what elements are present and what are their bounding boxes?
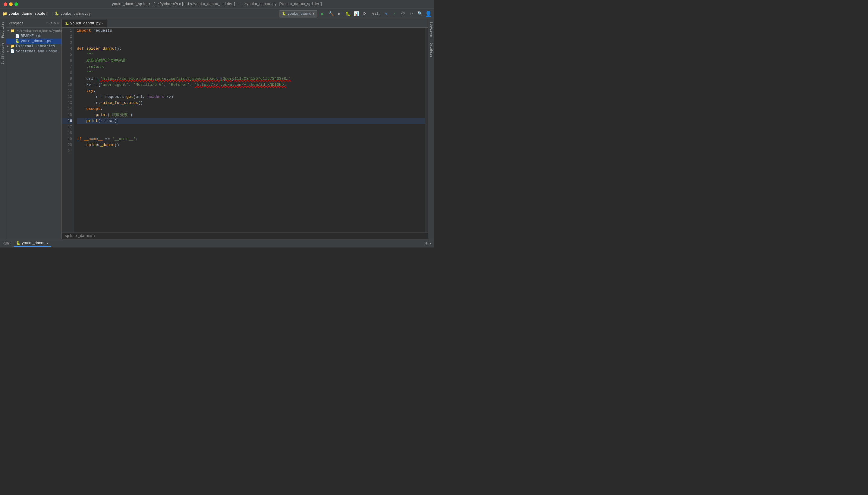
window-controls[interactable] — [4, 2, 18, 6]
structure-tab[interactable]: 2: Structure — [0, 40, 5, 67]
close-button[interactable] — [4, 2, 7, 6]
code-line-6: 爬取某酷指定页的弹幕 — [77, 58, 425, 64]
coverage-button[interactable]: ▶ — [336, 11, 343, 17]
code-line-19: ▶ if __name__ == '__main__': — [77, 136, 425, 142]
tab-close-button[interactable]: ✕ — [102, 22, 104, 25]
tab-file-icon: 🐍 — [65, 22, 69, 25]
sync-icon[interactable]: ⟳ — [49, 21, 52, 25]
settings-icon[interactable]: ⚙ — [54, 21, 56, 25]
svg-viewer-tab[interactable]: SvgViewer — [429, 19, 434, 40]
project-folder-icon: 📁 — [10, 29, 15, 33]
run-panel-toolbar: ⚙ ✕ — [426, 241, 431, 246]
collapsed-arrow2: ▶ — [7, 50, 10, 53]
fn-print-1: print — [96, 112, 107, 118]
run-close-icon[interactable]: ✕ — [429, 241, 431, 246]
code-line-7: :return: — [77, 64, 425, 70]
left-edge-tabs: Favorites 2: Structure — [0, 19, 6, 239]
line-num-5: 5 — [62, 52, 72, 58]
undo-button[interactable]: ↩ — [408, 11, 415, 17]
line-num-14: 14 — [62, 106, 72, 112]
line-num-3: 3 — [62, 40, 72, 46]
project-name: youku_danmu_spider — [9, 12, 48, 16]
line-num-12: 12 — [62, 94, 72, 100]
editor-scrollbar[interactable] — [425, 28, 428, 233]
toolbar-right: 🐍 youku_danmu ▼ ▶ 🔨 ▶ 🐛 📊 ⟳ Git: ✎ ✓ ⏱ ↩… — [279, 10, 431, 17]
close-icon[interactable]: ✕ — [57, 21, 59, 25]
code-line-9: url = 'https://service.danmu.youku.com/l… — [77, 76, 425, 82]
ext-lib-label: External Libraries — [16, 44, 55, 49]
add-icon[interactable]: + — [46, 21, 48, 25]
line-num-19: 19 — [62, 136, 72, 142]
database-tab[interactable]: Database — [429, 40, 434, 59]
editor-tab-main[interactable]: 🐍 youku_danmu.py ✕ — [62, 20, 107, 28]
code-line-17 — [77, 124, 425, 130]
code-line-11: ▼ try: — [77, 88, 425, 94]
git-history-button[interactable]: ⏱ — [400, 11, 406, 17]
fn-call-spider: spider_danmu — [86, 142, 115, 148]
profile-button[interactable]: 📊 — [353, 11, 360, 17]
scratches-icon: 📄 — [10, 49, 15, 54]
avatar-button[interactable]: 👤 — [425, 11, 431, 17]
code-line-3 — [77, 40, 425, 46]
tree-item-readme[interactable]: 📄 README.md — [6, 33, 62, 38]
minimize-button[interactable] — [9, 2, 13, 6]
keyword-import: import — [77, 28, 91, 34]
code-line-10: kv = {'user-agent': 'Mozilla/5.0', 'Refe… — [77, 82, 425, 88]
line-num-20: 20 — [62, 142, 72, 148]
run-config-selector[interactable]: 🐍 youku_danmu ▼ — [279, 10, 317, 17]
sidebar-header: Project + ⟳ ⚙ ✕ — [6, 19, 62, 28]
titlebar: youku_danmu_spider [~/PycharmProjects/yo… — [0, 0, 434, 8]
debug-button[interactable]: 🐛 — [344, 11, 351, 17]
line-num-4: 4 — [62, 46, 72, 52]
line-num-15: 15 — [62, 112, 72, 118]
code-editor[interactable]: 1 2 3 4 5 6 7 8 9 10 11 12 — [62, 28, 428, 233]
code-line-1: import requests — [77, 28, 425, 34]
scratches-label: Scratches and Consoles — [16, 49, 60, 54]
dunder-name: __name__ — [84, 136, 102, 142]
right-edge-tabs: SvgViewer Database — [428, 19, 434, 239]
docstring-open: """ — [86, 52, 93, 58]
open-file-name: youku_danmu.py — [60, 12, 91, 16]
line-num-2: 2 — [62, 34, 72, 40]
tree-item-external-libs[interactable]: ▶ 📁 External Libraries — [6, 44, 62, 49]
project-path: ~/PycharmProjects/youku_… — [17, 29, 62, 33]
run-tab-label: youku_danmu — [22, 241, 46, 245]
tree-item-main-py[interactable]: 🐍 youku_danmu.py — [6, 38, 62, 44]
readme-icon: 📄 — [15, 34, 20, 38]
code-line-18 — [77, 130, 425, 136]
tab-label: youku_danmu.py — [70, 21, 101, 25]
git-edit-button[interactable]: ✎ — [383, 11, 389, 17]
folder-icon: 📁 — [2, 12, 7, 16]
run-tab-youku[interactable]: 🐍 youku_danmu ✕ — [14, 240, 51, 246]
search-button[interactable]: 🔍 — [416, 11, 423, 17]
ext-lib-icon: 📁 — [10, 44, 15, 49]
run-label: Run: — [2, 241, 11, 246]
tree-item-scratches[interactable]: ▶ 📄 Scratches and Consoles — [6, 49, 62, 54]
fn-spider-danmu: spider_danmu — [86, 46, 115, 52]
maximize-button[interactable] — [15, 2, 18, 6]
line-num-21: 21 — [62, 148, 72, 154]
line-numbers: 1 2 3 4 5 6 7 8 9 10 11 12 — [62, 28, 74, 233]
breadcrumb-text: spider_danmu() — [65, 234, 95, 238]
git-check-button[interactable]: ✓ — [391, 11, 398, 17]
run-tab-icon: 🐍 — [16, 241, 20, 245]
file-icon: 🐍 — [54, 12, 59, 16]
url-string: 'https://service.danmu.youku.com/list?js… — [100, 76, 291, 82]
tree-item-project-root[interactable]: ▼ 📁 youku_danmu_spider ~/PycharmProjects… — [6, 28, 62, 33]
favorites-tab[interactable]: Favorites — [0, 19, 5, 40]
code-text[interactable]: import requests ▼ def spider_danmu(): ▼ … — [74, 28, 425, 233]
run-button[interactable]: ▶ — [319, 11, 326, 17]
build-button[interactable]: 🔨 — [328, 11, 334, 17]
run-settings-icon[interactable]: ⚙ — [426, 241, 428, 246]
line-num-10: 10 — [62, 82, 72, 88]
code-line-2 — [77, 34, 425, 40]
project-selector[interactable]: 📁 youku_danmu_spider — [2, 12, 48, 16]
fn-print-2: print — [86, 118, 98, 124]
run-tab-close-button[interactable]: ✕ — [47, 241, 49, 245]
readme-label: README.md — [21, 34, 40, 38]
line-num-9: 9 — [62, 76, 72, 82]
code-line-13: — r.raise_for_status() — [77, 100, 425, 106]
code-line-5: ▼ """ — [77, 52, 425, 58]
editor-tab-bar: 🐍 youku_danmu.py ✕ — [62, 19, 428, 28]
refactor-button[interactable]: ⟳ — [361, 11, 368, 17]
